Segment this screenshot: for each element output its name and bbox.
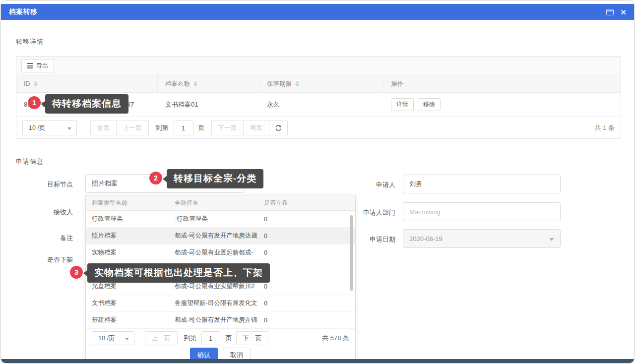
table-header-row: ID 档案名称 保管期限 操作 <box>16 75 621 93</box>
department-input[interactable]: Macrowing <box>403 202 561 221</box>
page-number-input[interactable]: 1 <box>201 331 220 345</box>
cell-retention: 永久 <box>259 93 383 116</box>
next-page-button[interactable]: 下一页 <box>236 331 269 345</box>
page-size-select[interactable]: 10 /页 <box>22 121 77 135</box>
dropdown-row[interactable]: 实物档案 都成-司公限有业置起新都成- 0 <box>86 244 355 261</box>
page-size-select[interactable]: 10 /页 <box>92 331 134 345</box>
application-section-title: 申请信息 <box>16 157 44 166</box>
last-page-button[interactable]: 尾页 <box>243 121 269 135</box>
callout-2-tooltip: 转移目标全宗-分类 <box>167 169 263 188</box>
prev-page-button[interactable]: 上一页 <box>116 121 149 135</box>
dropdown-row[interactable]: 文书档案 务服望帮新-司公限有展发化文 0 <box>86 295 355 312</box>
remove-button[interactable]: 移除 <box>418 98 441 111</box>
off-shelf-label: 是否下架 <box>13 255 73 264</box>
total-count: 共 1 条 <box>595 123 615 132</box>
dropdown-header-row: 档案类型名称 全路径名 是否立卷 <box>86 195 355 211</box>
dropdown-row[interactable]: 行政管理类 -行政管理类 0 <box>86 211 355 228</box>
list-icon <box>27 63 33 68</box>
goto-prefix: 到第 <box>156 123 169 132</box>
cell-name: 文书档案01 <box>158 93 259 116</box>
column-header-retention[interactable]: 保管期限 <box>259 75 383 92</box>
refresh-button[interactable] <box>269 121 288 135</box>
goto-suffix: 页 <box>226 334 232 343</box>
column-header-actions: 操作 <box>383 75 621 92</box>
dropdown-column-filed: 是否立卷 <box>258 195 355 210</box>
export-button[interactable]: 导出 <box>21 59 54 72</box>
total-count: 共 578 条 <box>322 334 349 343</box>
archive-transfer-dialog: 档案转移 × 转移详情 导出 ID 档案名称 保管期限 <box>0 0 635 364</box>
window-bottom-edge <box>1 359 634 363</box>
callout-2-badge: 2 <box>149 172 162 184</box>
sort-icon[interactable] <box>295 81 299 86</box>
transfer-details-section-title: 转移详情 <box>16 37 44 46</box>
sort-icon[interactable] <box>193 81 197 86</box>
details-pagination: 10 /页 首页 上一页 到第 1 页 下一页 尾页 <box>16 117 621 139</box>
dropdown-row[interactable]: 基建档案 都成-司公限有发开产地房卉锦 0 <box>86 312 355 329</box>
dropdown-row-selected[interactable]: 照片档案 都成-司公限有发开产地房达晟 0 <box>86 228 355 244</box>
page-number-input[interactable]: 1 <box>174 121 193 135</box>
goto-prefix: 到第 <box>184 334 197 343</box>
table-toolbar: 导出 <box>16 57 621 75</box>
goto-suffix: 页 <box>198 123 205 132</box>
chevron-down-icon <box>67 127 71 130</box>
cell-actions: 详情 移除 <box>383 93 621 116</box>
chevron-down-icon <box>125 338 129 340</box>
chevron-down-icon <box>549 238 554 241</box>
dropdown-column-name: 档案类型名称 <box>86 195 169 210</box>
applicant-label: 申请人 <box>336 181 395 189</box>
dropdown-column-path: 全路径名 <box>169 195 258 210</box>
next-page-button[interactable]: 下一页 <box>211 121 244 135</box>
column-header-name[interactable]: 档案名称 <box>158 75 259 92</box>
first-page-button[interactable]: 首页 <box>90 121 117 135</box>
refresh-icon <box>275 124 282 131</box>
sort-icon[interactable] <box>34 81 38 86</box>
applicant-input[interactable]: 刘勇 <box>403 175 561 193</box>
column-header-id[interactable]: ID <box>16 75 158 92</box>
target-node-label: 目标节点 <box>13 180 73 189</box>
maximize-window-icon[interactable] <box>606 9 614 15</box>
detail-button[interactable]: 详情 <box>391 98 414 111</box>
callout-1-tooltip: 待转移档案信息 <box>45 94 128 114</box>
scrollbar[interactable] <box>350 215 353 291</box>
dialog-titlebar: 档案转移 × <box>1 4 634 20</box>
receiver-label: 接收人 <box>13 208 73 217</box>
remark-label: 备注 <box>13 234 73 243</box>
date-picker[interactable]: 2020-08-19 <box>403 229 561 248</box>
close-icon[interactable]: × <box>621 7 626 17</box>
prev-page-button[interactable]: 上一页 <box>145 331 178 345</box>
dialog-title: 档案转移 <box>9 7 38 16</box>
callout-3-tooltip: 实物档案可根据也出处理是否上、下架 <box>87 263 270 283</box>
callout-1-badge: 1 <box>28 96 41 109</box>
callout-3-badge: 3 <box>70 266 83 279</box>
dropdown-pagination: 10 /页 上一页 到第 1 页 下一页 共 578 条 <box>86 329 355 347</box>
